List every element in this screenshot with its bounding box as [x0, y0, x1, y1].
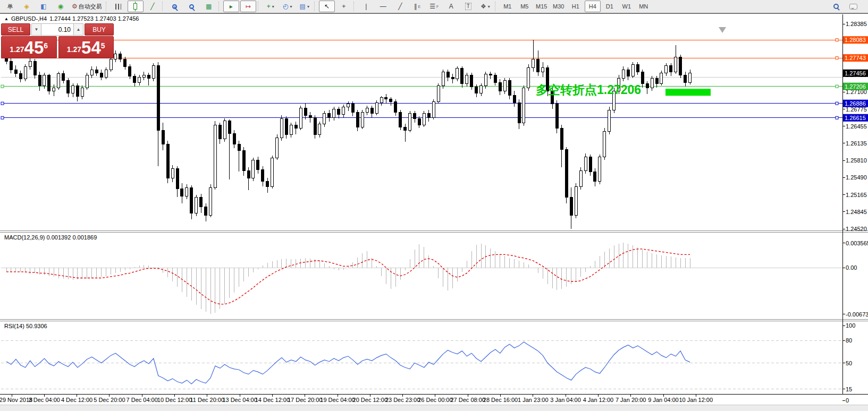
- chat-button[interactable]: [845, 1, 861, 12]
- autotrading-label: 自动交易: [79, 3, 102, 11]
- toolbar-separator: [218, 2, 222, 11]
- equidistant-channel-button[interactable]: ∥E: [409, 1, 425, 12]
- tile-windows-icon: ▦: [206, 3, 212, 10]
- vertical-line-icon: |: [365, 3, 367, 10]
- svg-text:1.27743: 1.27743: [845, 55, 866, 61]
- signals-icon: ◉: [58, 3, 63, 10]
- svg-text:19 Dec 04:00: 19 Dec 04:00: [320, 397, 355, 403]
- metaeditor-button[interactable]: ◈: [19, 1, 35, 12]
- indicators-dropdown-icon[interactable]: ▾: [272, 4, 274, 9]
- periods-dropdown-icon[interactable]: ▾: [290, 4, 292, 9]
- crosshair-icon: +: [342, 3, 345, 10]
- cursor-button[interactable]: ↖: [319, 1, 335, 12]
- toolbar-separator: [314, 2, 317, 11]
- svg-text:13 Dec 04:00: 13 Dec 04:00: [222, 397, 257, 403]
- one-click-trading-panel: SELL ▼ ▲ BUY 1.27456 1.27545: [1, 23, 114, 58]
- svg-text:1.26615: 1.26615: [845, 115, 866, 121]
- autotrading-button[interactable]: ⚙自动交易: [70, 1, 104, 12]
- svg-text:1.25490: 1.25490: [846, 174, 867, 181]
- svg-text:9 Jan 04:00: 9 Jan 04:00: [648, 397, 679, 403]
- search-icon: [833, 4, 839, 9]
- trendline-button[interactable]: ╱: [392, 1, 408, 12]
- new-order-label: 单: [7, 3, 13, 11]
- templates-button[interactable]: ▤▾: [297, 1, 313, 12]
- indicators-icon: +: [267, 3, 271, 10]
- text-button[interactable]: A: [443, 1, 459, 12]
- fibonacci-subscript: F: [436, 5, 439, 8]
- toolbar-separator: [162, 2, 165, 11]
- collapse-panel-icon[interactable]: ▲: [4, 16, 9, 21]
- volume-input[interactable]: [41, 23, 73, 36]
- zoom-out-icon: -: [189, 4, 194, 9]
- volume-decrease-button[interactable]: ▼: [31, 23, 41, 36]
- timeframe-m15-button[interactable]: M15: [534, 1, 550, 12]
- fibonacci-button[interactable]: ☰F: [426, 1, 442, 12]
- svg-text:1.24520: 1.24520: [846, 226, 867, 232]
- svg-text:10 Dec 12:00: 10 Dec 12:00: [157, 397, 192, 403]
- chart-shift-button[interactable]: ↦: [240, 1, 256, 12]
- toolbar-separator: [495, 2, 498, 11]
- volume-increase-button[interactable]: ▲: [73, 23, 83, 36]
- candlestick-chart-button[interactable]: [128, 1, 144, 12]
- buy-price-pip: 5: [101, 35, 105, 56]
- tile-windows-button[interactable]: ▦: [201, 1, 217, 12]
- svg-text:80: 80: [846, 337, 852, 344]
- market-button[interactable]: ◧: [36, 1, 52, 12]
- svg-text:100: 100: [846, 322, 855, 329]
- timeframe-h4-button[interactable]: H4: [585, 1, 601, 12]
- toolbar-separator: [106, 2, 109, 11]
- macd-label: MACD(12,26,9) 0.001392 0.001869: [4, 234, 97, 241]
- horizontal-line-button[interactable]: —: [375, 1, 391, 12]
- periods-button[interactable]: ◴▾: [280, 1, 296, 12]
- search-button[interactable]: [828, 1, 844, 12]
- timeframe-m5-button[interactable]: M5: [517, 1, 533, 12]
- indicators-button[interactable]: +▾: [263, 1, 279, 12]
- svg-text:0.00: 0.00: [846, 264, 857, 271]
- equidistant-channel-icon: ∥: [414, 3, 417, 10]
- new-order-button[interactable]: 单: [2, 1, 18, 12]
- toolbar-separator: [353, 2, 357, 11]
- arrows-button[interactable]: ❖▾: [477, 1, 493, 12]
- signals-button[interactable]: ◉: [53, 1, 69, 12]
- timeframe-m1-button[interactable]: M1: [500, 1, 516, 12]
- buy-price-button[interactable]: 1.27545: [58, 36, 114, 58]
- crosshair-button[interactable]: +: [336, 1, 352, 12]
- buy-button[interactable]: BUY: [85, 23, 114, 36]
- sell-button[interactable]: SELL: [1, 23, 30, 36]
- auto-scroll-icon: ▸: [230, 3, 233, 10]
- vertical-line-button[interactable]: |: [358, 1, 374, 12]
- chart-canvas[interactable]: 1.283851.280601.277451.274201.271001.267…: [0, 14, 868, 405]
- auto-scroll-button[interactable]: ▸: [223, 1, 239, 12]
- periods-icon: ◴: [283, 3, 288, 10]
- line-chart-button[interactable]: ╱: [145, 1, 161, 12]
- svg-text:0: 0: [846, 397, 849, 404]
- svg-text:1.28083: 1.28083: [845, 37, 866, 43]
- timeframe-mn-button[interactable]: MN: [636, 1, 652, 12]
- zoom-in-button[interactable]: +: [167, 1, 183, 12]
- svg-text:50: 50: [846, 360, 852, 366]
- chart-title: ▲ GBPUSD-,H4 1.27444 1.27523 1.27403 1.2…: [4, 15, 139, 22]
- timeframe-m30-button[interactable]: M30: [551, 1, 567, 12]
- market-icon: ◧: [40, 3, 46, 10]
- bar-chart-button[interactable]: [111, 1, 127, 12]
- buy-price-head: 1.27: [67, 42, 81, 56]
- svg-text:5 Dec 20:00: 5 Dec 20:00: [94, 397, 125, 403]
- sell-price-button[interactable]: 1.27456: [1, 36, 57, 58]
- svg-text:27 Dec 08:00: 27 Dec 08:00: [450, 397, 485, 403]
- text-label-button[interactable]: T: [460, 1, 476, 12]
- buy-price-big: 54: [81, 39, 101, 56]
- candlestick-chart-icon: [133, 3, 137, 10]
- timeframe-w1-button[interactable]: W1: [619, 1, 635, 12]
- svg-text:-0.006738: -0.006738: [846, 311, 868, 318]
- templates-dropdown-icon[interactable]: ▾: [307, 4, 309, 9]
- arrows-dropdown-icon[interactable]: ▾: [488, 4, 490, 9]
- zoom-out-button[interactable]: -: [184, 1, 200, 12]
- status-bar: [0, 405, 868, 411]
- rsi-label: RSI(14) 50.9306: [4, 323, 47, 329]
- svg-text:1.26886: 1.26886: [845, 100, 866, 107]
- timeframe-d1-button[interactable]: D1: [602, 1, 618, 12]
- horizontal-line-icon: —: [380, 3, 386, 10]
- cursor-icon: ↖: [324, 3, 330, 10]
- timeframe-h1-button[interactable]: H1: [568, 1, 584, 12]
- svg-text:1.25810: 1.25810: [846, 157, 867, 164]
